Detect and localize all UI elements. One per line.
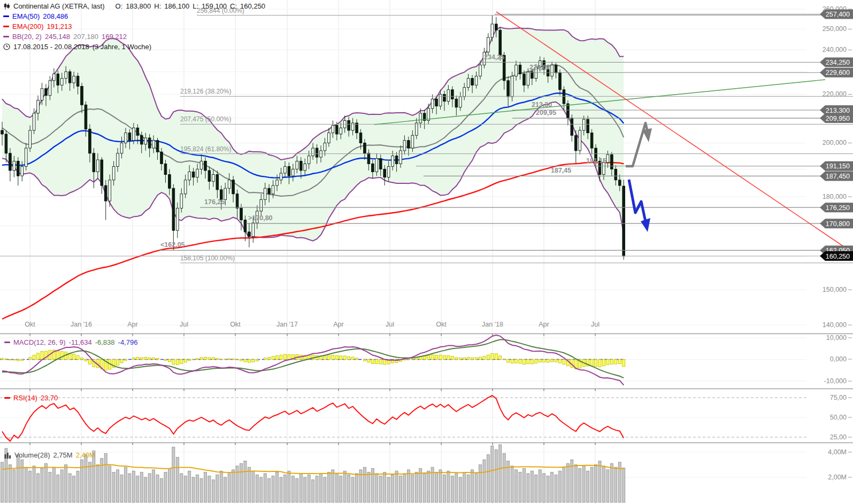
price-badge-label: 213,300 [826,107,850,114]
axis-tick-label: 240,000 [823,46,847,53]
candle [192,172,195,177]
candle [416,123,418,135]
candle [93,153,95,172]
month-label: Okt [230,321,241,328]
axis-tick-label: 200,000 [823,139,847,146]
candle [176,208,179,231]
candle [76,76,79,86]
candle [375,159,378,172]
candle [208,170,211,181]
candle [21,166,24,176]
candle [204,161,207,170]
month-label: Okt [436,321,447,328]
candle [260,199,263,211]
axis-tick-label: 250,000 [823,25,847,33]
candle [60,79,63,86]
ema50-dash-icon [3,15,9,17]
level-label: >170,80 [248,214,273,222]
candle [623,186,625,256]
blue-arrow-head [641,218,650,232]
level-label: 229,60 [529,64,550,71]
candle [383,169,386,177]
bb-label: BB(20, 2) [12,32,42,41]
candle [272,185,274,194]
candle [523,74,526,85]
month-label: Apr [127,321,137,328]
open-label: O: [116,2,123,11]
low-value: 159,100 [202,2,227,11]
month-label: Apr [539,321,549,328]
candle [515,65,518,76]
candle [140,135,143,144]
candle [559,73,562,90]
ema200-label: EMA(200) [12,22,44,31]
candle [587,119,589,133]
candle [284,166,287,173]
candle [328,133,331,143]
candle [618,180,621,185]
level-label: 176,25 [204,198,225,206]
low-label: L: [193,2,198,11]
candle [499,30,502,55]
candle [590,133,593,149]
bb-dash-icon [3,36,9,37]
candle [563,90,565,104]
candle [372,164,374,172]
candlestick-icon [3,3,10,10]
volume-ma-value: 2,40M [76,451,95,460]
ema200-dash-icon [3,26,9,27]
level-label: 209,95 [536,109,556,117]
candle [180,194,183,208]
date-range: 17.08.2015 - 20.08.2018 [13,42,89,51]
close-label: C: [230,2,237,11]
candle [156,141,159,152]
candle [447,90,450,102]
month-label: Jan '16 [71,321,92,328]
candle [168,175,171,189]
candle [73,76,75,83]
clock-icon [3,43,10,50]
month-label: Jul [591,321,600,328]
candle [332,126,334,133]
price-badge-label: 257,400 [826,11,850,18]
candle [128,133,131,141]
high-value: 186,100 [164,2,189,11]
candle [567,104,570,118]
candle [451,90,454,99]
candle [582,119,585,130]
open-value: 183,800 [126,2,151,11]
axis-tick-label: 10,000 [826,334,847,342]
candle [172,188,175,230]
rsi-value: 23,70 [41,393,58,402]
rsi-label: RSI(14) [13,393,37,402]
candle [212,175,215,182]
axis-tick-label: 220,000 [823,90,847,98]
month-label: Jul [180,321,188,328]
price-chart-canvas[interactable]: 256,844 (0.00%)219,126 (38.20%)207,475 (… [0,0,853,504]
bb-lower-value: 169,212 [102,32,127,41]
candle [359,133,362,143]
candle [491,24,494,37]
candle [308,156,310,164]
candle [252,223,255,236]
candle [519,65,521,74]
macd-hist-value: -4,796 [118,338,138,347]
candle [152,141,155,148]
macd-dash-icon [4,342,10,343]
candle [611,154,613,169]
ema50-value: 208,486 [43,12,68,21]
level-label: 234,25 [484,53,504,61]
fib-label: 219,126 (38.20%) [180,88,231,95]
candle [463,88,466,97]
main-price-panel [1,15,625,319]
date-range-detail: (3 Jahre, 1 Woche) [93,42,151,51]
candle [435,99,438,106]
ema200-legend: EMA(200) 191,213 [3,22,72,31]
candle [109,180,111,201]
trading-chart-window: 256,844 (0.00%)219,126 (38.20%)207,475 (… [0,0,853,504]
blue-arrow [629,180,646,224]
candle [89,129,91,153]
level-label: <162,05 [160,241,185,249]
date-range-row: 17.08.2015 - 20.08.2018 (3 Jahre, 1 Woch… [3,42,151,51]
candle [53,74,56,81]
